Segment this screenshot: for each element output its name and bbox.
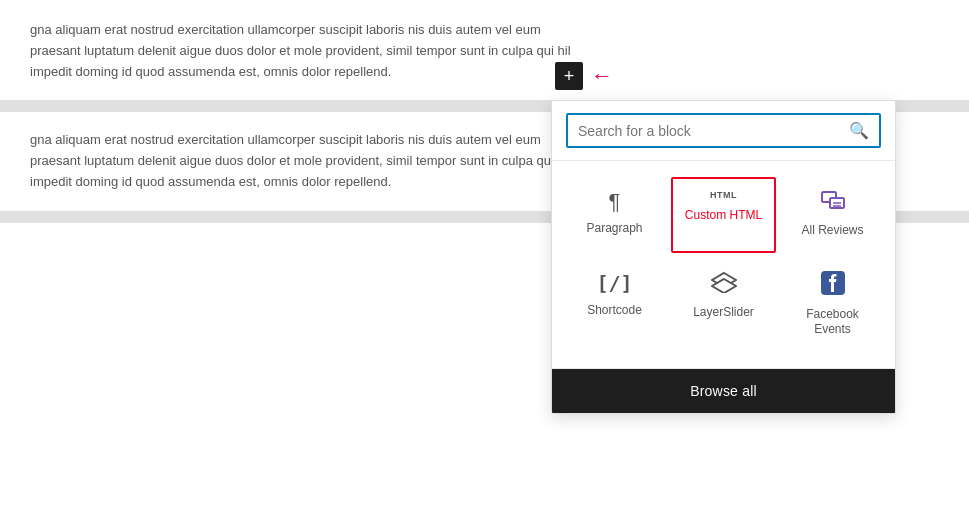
html-icon-wrapper: HTML	[710, 191, 737, 200]
block-label-all-reviews: All Reviews	[801, 223, 863, 239]
search-box: 🔍	[566, 113, 881, 148]
blocks-grid: ¶ Paragraph HTML Custom HTML All Reviews	[552, 161, 895, 369]
search-area: 🔍	[552, 101, 895, 161]
block-label-layerslider: LayerSlider	[693, 305, 754, 321]
search-input[interactable]	[578, 123, 849, 139]
content-paragraph-2: gna aliquam erat nostrud exercitation ul…	[30, 130, 580, 192]
browse-all-button[interactable]: Browse all	[552, 369, 895, 413]
content-paragraph-1: gna aliquam erat nostrud exercitation ul…	[30, 20, 580, 82]
insert-button[interactable]: +	[555, 62, 583, 90]
layerslider-icon	[711, 271, 737, 297]
block-item-shortcode[interactable]: [/] Shortcode	[562, 257, 667, 352]
block-label-custom-html: Custom HTML	[685, 208, 762, 224]
block-item-layerslider[interactable]: LayerSlider	[671, 257, 776, 352]
block-item-custom-html[interactable]: HTML Custom HTML	[671, 177, 776, 253]
block-item-all-reviews[interactable]: All Reviews	[780, 177, 885, 253]
facebook-icon	[821, 271, 845, 299]
block-inserter-popup: 🔍 ¶ Paragraph HTML Custom HTML	[551, 100, 896, 414]
search-icon: 🔍	[849, 121, 869, 140]
reviews-icon	[821, 191, 845, 215]
plus-icon: +	[564, 66, 575, 87]
arrow-icon: ←	[591, 63, 613, 89]
block-label-paragraph: Paragraph	[586, 221, 642, 237]
block-item-facebook-events[interactable]: Facebook Events	[780, 257, 885, 352]
block-label-shortcode: Shortcode	[587, 303, 642, 319]
html-badge: HTML	[710, 191, 737, 200]
paragraph-icon: ¶	[609, 191, 621, 213]
block-item-paragraph[interactable]: ¶ Paragraph	[562, 177, 667, 253]
insert-toolbar: + ←	[555, 62, 613, 90]
shortcode-icon: [/]	[596, 271, 632, 295]
block-label-facebook-events: Facebook Events	[790, 307, 875, 338]
